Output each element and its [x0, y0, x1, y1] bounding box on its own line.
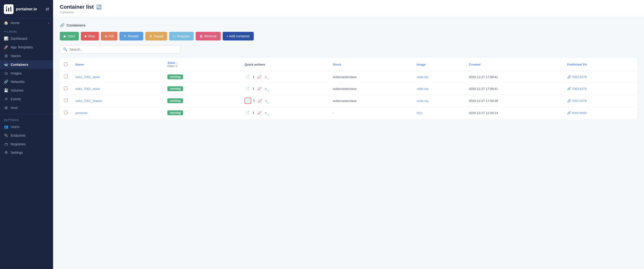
th-published-ports[interactable]: Published Po	[563, 58, 637, 71]
row-name-cell: redis_7001_Master	[72, 95, 164, 107]
users-icon: 👥	[4, 125, 8, 129]
image-link-3[interactable]: f211	[416, 111, 422, 115]
port-link-2[interactable]: 🔗 7001:6379	[567, 99, 586, 103]
qa-logs-icon-0[interactable]: 📄	[244, 74, 250, 80]
sidebar-item-events[interactable]: ↺ Events	[0, 95, 53, 103]
add-container-button[interactable]: + Add container	[223, 32, 254, 40]
remove-button[interactable]: 🗑 Remove	[196, 32, 221, 40]
restart-button[interactable]: ↻ Restart	[120, 32, 143, 40]
sidebar-item-registries[interactable]: 🗃 Registries	[0, 140, 53, 148]
sidebar-item-settings[interactable]: ⚙ Settings	[0, 148, 53, 157]
search-input[interactable]	[70, 47, 142, 51]
container-name-link-3[interactable]: portainer	[75, 111, 88, 115]
containers-icon: 🐳	[4, 62, 8, 67]
sidebar-divider	[0, 114, 53, 114]
image-link-0[interactable]: redis:my	[416, 75, 428, 79]
resume-button[interactable]: ▷ Resume	[169, 32, 194, 40]
sidebar-item-endpoints[interactable]: 🔌 Endpoints	[0, 131, 53, 140]
images-icon: 🗂	[4, 71, 8, 75]
row-image-cell: redis:my	[413, 71, 465, 83]
row-checkbox-0[interactable]	[64, 75, 68, 78]
sidebar-label-endpoints: Endpoints	[10, 134, 26, 137]
svg-point-4	[6, 6, 7, 7]
stop-button[interactable]: ■ Stop	[81, 32, 99, 40]
row-state-cell: running	[164, 107, 241, 119]
qa-console-icon-1[interactable]: >_	[264, 86, 270, 92]
col-quick-actions-label: Quick actions	[244, 63, 265, 66]
sidebar-item-volumes[interactable]: 💾 Volumes	[0, 86, 53, 95]
kill-button[interactable]: ⊗ Kill	[101, 32, 118, 40]
remove-icon: 🗑	[200, 34, 203, 38]
sidebar-item-images[interactable]: 🗂 Images	[0, 69, 53, 77]
image-link-2[interactable]: redis:my	[416, 99, 428, 103]
qa-stats-icon-0[interactable]: 📈	[256, 74, 262, 80]
th-created[interactable]: Created	[465, 58, 563, 71]
sidebar-item-users[interactable]: 👥 Users	[0, 122, 53, 131]
remove-label: Remove	[204, 34, 217, 38]
sidebar-toggle-icon[interactable]: ⇄	[46, 6, 49, 12]
qa-logs-icon-2[interactable]: 📄	[244, 98, 251, 104]
qa-inspect-icon-2[interactable]: ℹ	[252, 98, 256, 104]
row-actions-cell: 📄 ℹ 📈 >_	[241, 71, 329, 83]
search-bar: 🔍	[60, 45, 180, 53]
qa-stats-icon-3[interactable]: 📈	[256, 110, 262, 116]
qa-stats-icon-2[interactable]: 📈	[257, 98, 263, 104]
image-link-1[interactable]: redis:my	[416, 87, 428, 91]
port-link-0[interactable]: 🔗 7002:6379	[567, 75, 586, 79]
table-row: redis_7002_slave running 📄 ℹ 📈 >_ redism…	[60, 71, 637, 83]
qa-console-icon-0[interactable]: >_	[264, 74, 270, 80]
col-name-label: Name	[75, 63, 84, 66]
select-all-checkbox[interactable]	[64, 62, 68, 66]
start-button[interactable]: ▶ Start	[60, 32, 79, 40]
sidebar: portainer.io ⇄ 🏠 Home › ✦ LOCAL 📊 Dashbo…	[0, 0, 53, 269]
row-name-cell: redis_7003_slave	[72, 83, 164, 95]
qa-console-icon-2[interactable]: >_	[264, 98, 270, 104]
sidebar-item-containers[interactable]: 🐳 Containers	[0, 60, 53, 69]
pause-button[interactable]: ⏸ Pause	[145, 32, 168, 40]
col-state-label: State	[168, 61, 175, 65]
th-image[interactable]: Image	[413, 58, 465, 71]
sidebar-label-events: Events	[10, 97, 21, 101]
th-name[interactable]: Name	[72, 58, 164, 71]
state-sort-icon[interactable]: ↕	[176, 61, 178, 64]
row-checkbox-3[interactable]	[64, 111, 68, 114]
th-stack[interactable]: Stack	[329, 58, 413, 71]
svg-rect-2	[10, 7, 11, 11]
section-header: 🔗 Containers	[60, 23, 637, 27]
row-checkbox-2[interactable]	[64, 99, 68, 102]
qa-inspect-icon-1[interactable]: ℹ	[252, 86, 255, 92]
add-label: + Add container	[226, 34, 250, 38]
row-checkbox-1[interactable]	[64, 86, 68, 90]
sidebar-label-users: Users	[10, 125, 20, 129]
sidebar-item-app-templates[interactable]: 🚀 App Templates	[0, 43, 53, 52]
sidebar-item-home[interactable]: 🏠 Home ›	[0, 18, 53, 27]
port-link-3[interactable]: 🔗 9000:9000	[567, 111, 586, 115]
qa-inspect-icon-0[interactable]: ℹ	[252, 74, 255, 80]
filter-icon[interactable]: ▽	[175, 65, 178, 68]
row-image-cell: f211	[413, 107, 465, 119]
pause-label: Pause	[154, 34, 164, 38]
qa-logs-icon-1[interactable]: 📄	[244, 86, 250, 92]
sidebar-item-stacks[interactable]: ⊞ Stacks	[0, 52, 53, 60]
sidebar-item-dashboard[interactable]: 📊 Dashboard	[0, 34, 53, 43]
row-state-cell: running	[164, 71, 241, 83]
refresh-icon[interactable]: 🔄	[96, 4, 102, 10]
row-name-cell: redis_7002_slave	[72, 71, 164, 83]
port-link-1[interactable]: 🔗 7003:6379	[567, 87, 586, 91]
col-published-ports-label: Published Po	[567, 63, 587, 66]
qa-stats-icon-1[interactable]: 📈	[256, 86, 262, 92]
sidebar-label-registries: Registries	[10, 142, 26, 146]
container-name-link-2[interactable]: redis_7001_Master	[75, 99, 102, 103]
qa-console-icon-3[interactable]: >_	[264, 110, 270, 116]
sidebar-item-networks[interactable]: 🔗 Networks	[0, 77, 53, 86]
app-templates-icon: 🚀	[4, 45, 8, 49]
sidebar-item-host[interactable]: ⊞ Host	[0, 103, 53, 112]
restart-label: Restart	[128, 34, 139, 38]
col-image-label: Image	[416, 63, 426, 66]
container-name-link-0[interactable]: redis_7002_slave	[75, 75, 100, 79]
qa-logs-icon-3[interactable]: 📄	[244, 110, 250, 116]
section-header-icon: 🔗	[60, 23, 65, 27]
state-badge-2: running	[168, 98, 183, 103]
qa-inspect-icon-3[interactable]: ℹ	[252, 110, 255, 116]
container-name-link-1[interactable]: redis_7003_slave	[75, 87, 100, 91]
